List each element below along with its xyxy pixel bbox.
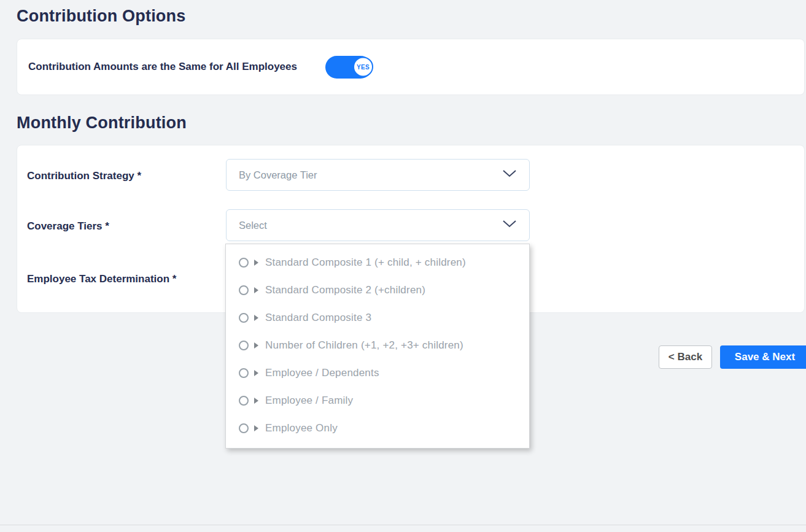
dropdown-option-label[interactable]: Standard Composite 2 (+children) <box>265 284 425 296</box>
contribution-strategy-label: Contribution Strategy * <box>27 170 141 182</box>
radio-icon[interactable] <box>239 368 249 378</box>
same-for-all-toggle[interactable]: YES <box>325 56 372 79</box>
dropdown-option-employee-dependents[interactable]: Employee / Dependents <box>226 359 529 387</box>
save-and-next-button[interactable]: Save & Next <box>720 345 806 369</box>
coverage-tiers-placeholder: Select <box>239 220 502 231</box>
radio-icon[interactable] <box>239 258 249 268</box>
caret-right-icon[interactable] <box>254 425 258 431</box>
chevron-down-icon <box>502 220 517 231</box>
same-for-all-label: Contribution Amounts are the Same for Al… <box>28 61 297 73</box>
caret-right-icon[interactable] <box>254 260 258 266</box>
radio-icon[interactable] <box>239 396 249 406</box>
dropdown-option-employee-family[interactable]: Employee / Family <box>226 387 529 414</box>
radio-icon[interactable] <box>239 285 249 295</box>
dropdown-option-label[interactable]: Employee Only <box>265 422 338 434</box>
section-title-contribution-options: Contribution Options <box>17 7 185 26</box>
radio-icon[interactable] <box>239 423 249 433</box>
same-for-all-row: Contribution Amounts are the Same for Al… <box>28 39 793 94</box>
contribution-strategy-value: By Coverage Tier <box>239 169 502 181</box>
radio-icon[interactable] <box>239 313 249 323</box>
coverage-tiers-label: Coverage Tiers * <box>27 220 109 233</box>
dropdown-option-employee-only[interactable]: Employee Only <box>226 414 529 442</box>
dropdown-option-number-of-children[interactable]: Number of Children (+1, +2, +3+ children… <box>226 331 529 359</box>
radio-icon[interactable] <box>239 341 249 350</box>
caret-right-icon[interactable] <box>254 398 258 404</box>
employee-tax-determination-label: Employee Tax Determination * <box>27 273 176 285</box>
toggle-knob[interactable]: YES <box>353 57 373 77</box>
caret-right-icon[interactable] <box>254 370 258 376</box>
bottom-divider <box>0 525 806 525</box>
page: Contribution Options Contribution Amount… <box>0 0 806 532</box>
dropdown-option-standard-composite-1[interactable]: Standard Composite 1 (+ child, + childre… <box>226 249 529 276</box>
contribution-options-card: Contribution Amounts are the Same for Al… <box>17 39 805 95</box>
caret-right-icon[interactable] <box>254 315 258 321</box>
contribution-strategy-select[interactable]: By Coverage Tier <box>226 159 530 191</box>
dropdown-option-standard-composite-2[interactable]: Standard Composite 2 (+children) <box>226 276 529 304</box>
dropdown-option-label[interactable]: Number of Children (+1, +2, +3+ children… <box>265 339 463 352</box>
dropdown-option-label[interactable]: Standard Composite 3 <box>265 312 371 324</box>
dropdown-option-label[interactable]: Employee / Family <box>265 395 353 407</box>
dropdown-option-label[interactable]: Employee / Dependents <box>265 367 379 379</box>
coverage-tiers-dropdown-menu: Standard Composite 1 (+ child, + childre… <box>225 244 530 449</box>
dropdown-option-standard-composite-3[interactable]: Standard Composite 3 <box>226 304 529 331</box>
coverage-tiers-select[interactable]: Select <box>226 209 530 241</box>
chevron-down-icon <box>502 169 517 180</box>
caret-right-icon[interactable] <box>254 342 258 349</box>
dropdown-option-label[interactable]: Standard Composite 1 (+ child, + childre… <box>265 256 466 269</box>
back-button[interactable]: < Back <box>659 345 712 369</box>
section-title-monthly-contribution: Monthly Contribution <box>17 114 187 133</box>
caret-right-icon[interactable] <box>254 287 258 293</box>
